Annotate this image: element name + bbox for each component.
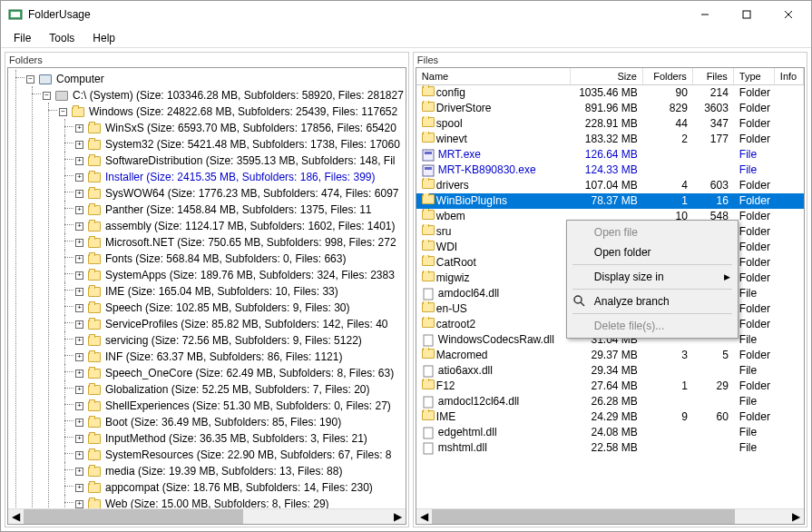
- tree-item[interactable]: IME (Size: 165.04 MB, Subfolders: 10, Fi…: [105, 284, 338, 299]
- file-row[interactable]: MRT.exe126.64 MBFile: [416, 147, 804, 163]
- maximize-button[interactable]: [726, 1, 768, 28]
- file-size: 126.64 MB: [571, 147, 643, 163]
- expand-icon[interactable]: +: [75, 451, 83, 459]
- tree-drive[interactable]: C:\ (System) (Size: 103346.28 MB, Subfol…: [73, 88, 404, 103]
- file-row[interactable]: WinBioPlugIns78.37 MB116Folder: [416, 193, 804, 209]
- expand-icon[interactable]: +: [75, 484, 83, 492]
- tree-item[interactable]: assembly (Size: 1124.17 MB, Subfolders: …: [105, 219, 396, 233]
- expand-icon[interactable]: +: [75, 468, 83, 476]
- expand-icon[interactable]: +: [75, 124, 83, 133]
- file-row[interactable]: F1227.64 MB129Folder: [416, 379, 804, 394]
- file-folders: 9: [643, 409, 693, 425]
- scroll-right-icon[interactable]: ▶: [788, 509, 804, 524]
- tree-item[interactable]: INF (Size: 63.37 MB, Subfolders: 86, Fil…: [105, 350, 342, 364]
- col-size[interactable]: Size: [571, 68, 643, 84]
- tree-item[interactable]: Fonts (Size: 568.84 MB, Subfolders: 0, F…: [105, 251, 346, 266]
- tree-item[interactable]: appcompat (Size: 18.76 MB, Subfolders: 1…: [105, 480, 373, 495]
- tree-item[interactable]: Installer (Size: 2415.35 MB, Subfolders:…: [105, 170, 376, 184]
- col-files[interactable]: Files: [693, 68, 734, 84]
- scroll-left-icon[interactable]: ◀: [8, 509, 24, 524]
- tree-root[interactable]: Computer: [56, 72, 104, 86]
- col-info[interactable]: Info: [775, 68, 804, 84]
- minimize-button[interactable]: [684, 1, 726, 28]
- expand-icon[interactable]: +: [75, 500, 83, 508]
- expand-icon[interactable]: +: [75, 435, 83, 443]
- expand-icon[interactable]: +: [75, 419, 83, 427]
- tree-item[interactable]: ShellExperiences (Size: 51.30 MB, Subfol…: [105, 399, 391, 413]
- tree-item[interactable]: Boot (Size: 36.49 MB, Subfolders: 85, Fi…: [105, 415, 341, 429]
- expand-icon[interactable]: +: [75, 320, 83, 329]
- ctx-analyze-branch[interactable]: Analyze branch: [569, 291, 736, 311]
- expand-icon[interactable]: +: [75, 337, 83, 345]
- file-row[interactable]: mshtml.dll22.58 MBFile: [416, 440, 804, 456]
- expand-icon[interactable]: +: [75, 255, 83, 263]
- file-row[interactable]: MRT-KB890830.exe124.33 MBFile: [416, 163, 804, 178]
- expand-icon[interactable]: +: [75, 239, 83, 247]
- expand-icon[interactable]: +: [75, 141, 83, 149]
- tree-item[interactable]: Web (Size: 15.00 MB, Subfolders: 8, File…: [105, 497, 329, 508]
- expand-icon[interactable]: +: [75, 288, 83, 296]
- file-row[interactable]: config1035.46 MB90214Folder: [416, 85, 804, 101]
- ctx-delete-files[interactable]: Delete file(s)...: [569, 316, 736, 336]
- file-row[interactable]: spool228.91 MB44347Folder: [416, 116, 804, 132]
- expand-icon[interactable]: +: [75, 173, 83, 182]
- tree-item[interactable]: SoftwareDistribution (Size: 3595.13 MB, …: [105, 153, 396, 168]
- folder-tree[interactable]: −Computer −C:\ (System) (Size: 103346.28…: [8, 68, 406, 508]
- tree-windows[interactable]: Windows (Size: 24822.68 MB, Subfolders: …: [89, 104, 397, 119]
- file-row[interactable]: edgehtml.dll24.08 MBFile: [416, 425, 804, 440]
- file-row[interactable]: IME24.29 MB960Folder: [416, 409, 804, 425]
- folders-hscroll[interactable]: ◀ ▶: [8, 508, 406, 524]
- expand-icon[interactable]: +: [75, 369, 83, 378]
- tree-item[interactable]: servicing (Size: 72.56 MB, Subfolders: 9…: [105, 333, 362, 348]
- tree-item[interactable]: WinSxS (Size: 6593.70 MB, Subfolders: 17…: [105, 121, 396, 135]
- collapse-icon[interactable]: −: [26, 75, 34, 84]
- tree-item[interactable]: SystemResources (Size: 22.90 MB, Subfold…: [105, 448, 391, 462]
- file-type: File: [734, 363, 775, 379]
- tree-item[interactable]: System32 (Size: 5421.48 MB, Subfolders: …: [105, 137, 400, 152]
- menu-tools[interactable]: Tools: [40, 30, 83, 46]
- tree-item[interactable]: Speech_OneCore (Size: 62.49 MB, Subfolde…: [105, 366, 394, 380]
- scroll-right-icon[interactable]: ▶: [390, 509, 406, 524]
- expand-icon[interactable]: +: [75, 386, 83, 394]
- file-row[interactable]: Macromed29.37 MB35Folder: [416, 348, 804, 363]
- ctx-open-folder[interactable]: Open folder: [569, 242, 736, 262]
- tree-item[interactable]: ServiceProfiles (Size: 85.82 MB, Subfold…: [105, 317, 387, 331]
- file-row[interactable]: amdocl12cl64.dll26.28 MBFile: [416, 394, 804, 409]
- tree-item[interactable]: SystemApps (Size: 189.76 MB, Subfolders:…: [105, 268, 395, 282]
- expand-icon[interactable]: +: [75, 304, 83, 312]
- col-folders[interactable]: Folders: [643, 68, 693, 84]
- expand-icon[interactable]: +: [75, 402, 83, 410]
- tree-item[interactable]: Panther (Size: 1458.84 MB, Subfolders: 1…: [105, 202, 372, 217]
- close-button[interactable]: [768, 1, 809, 28]
- file-row[interactable]: DriverStore891.96 MB8293603Folder: [416, 101, 804, 116]
- expand-icon[interactable]: +: [75, 157, 83, 165]
- expand-icon[interactable]: +: [75, 206, 83, 214]
- file-size: 228.91 MB: [571, 116, 643, 132]
- ctx-open-file[interactable]: Open file: [569, 222, 736, 242]
- scroll-left-icon[interactable]: ◀: [416, 509, 432, 524]
- expand-icon[interactable]: +: [75, 353, 83, 361]
- tree-item[interactable]: InputMethod (Size: 36.35 MB, Subfolders:…: [105, 431, 367, 446]
- tree-item[interactable]: SysWOW64 (Size: 1776.23 MB, Subfolders: …: [105, 186, 398, 201]
- file-row[interactable]: winevt183.32 MB2177Folder: [416, 132, 804, 147]
- col-type[interactable]: Type: [734, 68, 775, 84]
- file-row[interactable]: drivers107.04 MB4603Folder: [416, 178, 804, 193]
- expand-icon[interactable]: +: [75, 222, 83, 231]
- expand-icon[interactable]: +: [75, 271, 83, 280]
- files-hscroll[interactable]: ◀ ▶: [416, 508, 804, 524]
- folder-icon: [422, 133, 435, 143]
- file-folders: [643, 363, 693, 379]
- tree-item[interactable]: Speech (Size: 102.85 MB, Subfolders: 9, …: [105, 300, 349, 315]
- menu-help[interactable]: Help: [83, 30, 124, 46]
- tree-item[interactable]: media (Size: 19.39 MB, Subfolders: 13, F…: [105, 464, 342, 478]
- tree-item[interactable]: Microsoft.NET (Size: 750.65 MB, Subfolde…: [105, 235, 396, 250]
- collapse-icon[interactable]: −: [43, 92, 51, 100]
- expand-icon[interactable]: +: [75, 190, 83, 198]
- menu-file[interactable]: File: [5, 30, 40, 46]
- col-name[interactable]: Name: [416, 68, 571, 84]
- titlebar[interactable]: FolderUsage: [1, 1, 811, 28]
- ctx-display-size[interactable]: Display size in▶: [569, 267, 736, 287]
- file-row[interactable]: atio6axx.dll29.34 MBFile: [416, 363, 804, 379]
- collapse-icon[interactable]: −: [59, 108, 67, 116]
- tree-item[interactable]: Globalization (Size: 52.25 MB, Subfolder…: [105, 382, 369, 397]
